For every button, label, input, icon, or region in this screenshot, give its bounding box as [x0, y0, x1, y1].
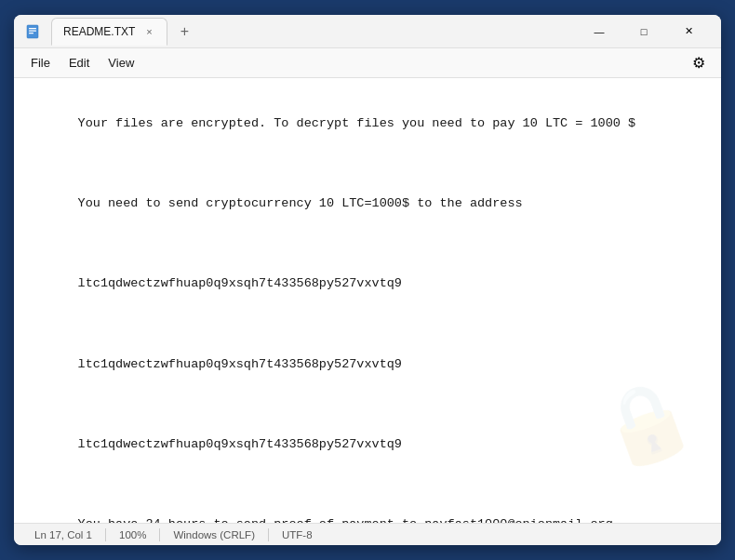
svg-rect-1: [29, 28, 36, 29]
status-position[interactable]: Ln 17, Col 1: [25, 524, 101, 545]
line-11: You have 24 hours to send proof of payme…: [78, 517, 613, 523]
line-7: ltc1qdwectzwfhuap0q9xsqh7t433568py527vxv…: [78, 357, 402, 371]
line-5: ltc1qdwectzwfhuap0q9xsqh7t433568py527vxv…: [78, 276, 402, 290]
status-divider-2: [159, 528, 160, 541]
active-tab[interactable]: README.TXT ×: [51, 18, 167, 46]
menu-edit[interactable]: Edit: [60, 52, 99, 73]
svg-rect-3: [29, 33, 33, 33]
status-encoding[interactable]: UTF-8: [273, 524, 322, 545]
status-divider-1: [105, 528, 106, 541]
status-zoom[interactable]: 100%: [110, 524, 155, 545]
menu-view[interactable]: View: [99, 52, 143, 73]
text-content-area[interactable]: 🔒 Your files are encrypted. To decrypt f…: [14, 78, 721, 523]
maximize-button[interactable]: □: [622, 17, 665, 47]
status-line-ending[interactable]: Windows (CRLF): [164, 524, 264, 545]
titlebar: README.TXT × + — □ ✕: [14, 15, 721, 48]
settings-button[interactable]: ⚙: [684, 48, 714, 78]
line-3: You need to send cryptocurrency 10 LTC=1…: [78, 196, 523, 210]
new-tab-button[interactable]: +: [171, 19, 197, 45]
text-body: Your files are encrypted. To decrypt fil…: [33, 93, 702, 523]
tab-bar: README.TXT × +: [51, 18, 578, 46]
window-controls: — □ ✕: [578, 17, 710, 47]
minimize-button[interactable]: —: [578, 17, 621, 47]
notepad-window: README.TXT × + — □ ✕ File Edit View ⚙ 🔒 …: [14, 15, 721, 545]
line-1: Your files are encrypted. To decrypt fil…: [78, 116, 636, 130]
settings-icon: ⚙: [692, 54, 705, 72]
menu-file[interactable]: File: [21, 52, 60, 73]
line-9: ltc1qdwectzwfhuap0q9xsqh7t433568py527vxv…: [78, 437, 402, 451]
status-divider-3: [268, 528, 269, 541]
close-button[interactable]: ✕: [667, 17, 710, 47]
svg-rect-2: [29, 30, 36, 31]
app-icon: [25, 24, 40, 39]
tab-close-button[interactable]: ×: [142, 25, 155, 38]
menubar: File Edit View ⚙: [14, 48, 721, 78]
svg-rect-0: [27, 25, 38, 38]
statusbar: Ln 17, Col 1 100% Windows (CRLF) UTF-8: [14, 523, 721, 545]
tab-title: README.TXT: [63, 25, 135, 38]
